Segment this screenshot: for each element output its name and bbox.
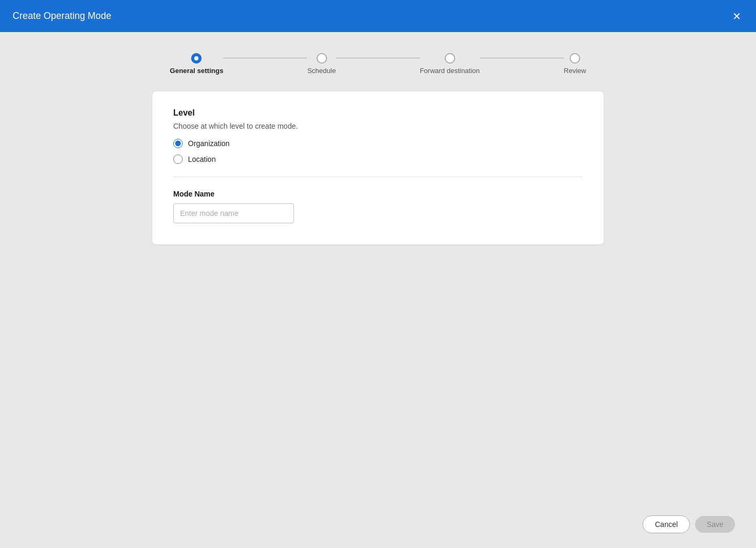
mode-name-input[interactable] — [173, 203, 294, 223]
step-circle-3 — [445, 53, 455, 64]
step-label-2: Schedule — [307, 67, 335, 75]
level-description: Choose at which level to create mode. — [173, 122, 583, 130]
step-label-4: Review — [564, 67, 586, 75]
dialog-title: Create Operating Mode — [13, 11, 111, 22]
step-circle-1 — [191, 53, 202, 64]
level-radio-group: Organization Location — [173, 139, 583, 164]
form-card: Level Choose at which level to create mo… — [152, 91, 604, 244]
radio-option-organization[interactable]: Organization — [173, 139, 583, 148]
step-circle-2 — [317, 53, 327, 64]
step-line-2 — [336, 58, 420, 58]
step-schedule: Schedule — [307, 53, 335, 75]
step-forward-destination: Forward destination — [420, 53, 480, 75]
step-label-3: Forward destination — [420, 67, 480, 75]
main-content: General settings Schedule Forward destin… — [0, 32, 756, 548]
mode-name-label: Mode Name — [173, 190, 583, 198]
level-section: Level Choose at which level to create mo… — [173, 108, 583, 164]
dialog-header: Create Operating Mode ✕ — [0, 0, 756, 32]
step-label-1: General settings — [170, 67, 224, 75]
stepper: General settings Schedule Forward destin… — [170, 49, 586, 75]
step-line-1 — [223, 58, 307, 58]
step-review: Review — [564, 53, 586, 75]
close-icon: ✕ — [732, 11, 741, 22]
radio-label-organization: Organization — [188, 139, 229, 148]
level-title: Level — [173, 108, 583, 118]
step-general-settings: General settings — [170, 53, 224, 75]
step-circle-4 — [570, 53, 580, 64]
section-divider — [173, 177, 583, 177]
radio-option-location[interactable]: Location — [173, 154, 583, 164]
close-button[interactable]: ✕ — [730, 9, 743, 24]
radio-label-location: Location — [188, 155, 216, 163]
radio-location[interactable] — [173, 154, 183, 164]
footer-buttons: Cancel Save — [643, 515, 735, 533]
cancel-button[interactable]: Cancel — [643, 515, 690, 533]
radio-organization[interactable] — [173, 139, 183, 148]
mode-name-section: Mode Name — [173, 190, 583, 223]
save-button[interactable]: Save — [695, 516, 735, 533]
step-line-3 — [480, 58, 564, 58]
